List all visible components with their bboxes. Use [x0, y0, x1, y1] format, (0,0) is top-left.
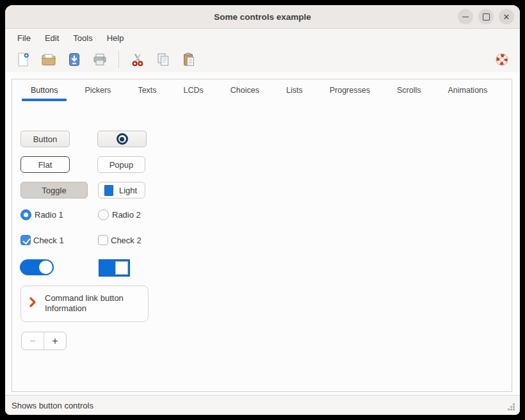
light-button-label: Light — [119, 186, 137, 195]
led-indicator-icon — [104, 185, 113, 196]
radio-2-label: Radio 2 — [112, 210, 141, 220]
cut-button[interactable] — [129, 51, 147, 69]
toggle-button[interactable]: Toggle — [20, 182, 88, 198]
tab-buttons[interactable]: Buttons — [17, 79, 71, 101]
tab-lcds[interactable]: LCDs — [170, 79, 217, 101]
radio-1[interactable]: Radio 1 — [20, 209, 63, 220]
window-controls: ✕ — [458, 9, 514, 24]
push-button[interactable]: Button — [20, 131, 70, 147]
command-link-arrow-icon — [29, 297, 36, 307]
menu-help[interactable]: Help — [100, 31, 131, 45]
tab-lists[interactable]: Lists — [273, 79, 316, 101]
statusbar: Shows button controls — [5, 395, 520, 415]
close-icon: ✕ — [503, 13, 510, 21]
command-link-button[interactable]: Command link button Information — [20, 286, 149, 322]
print-icon — [92, 52, 108, 67]
tab-widget: Buttons Pickers Texts LCDs Choices Lists… — [12, 79, 512, 392]
popup-button[interactable]: Popup — [97, 156, 145, 173]
window-title: Some controls example — [5, 12, 520, 22]
save-button[interactable] — [65, 51, 83, 69]
command-link-title: Command link button — [45, 293, 141, 303]
menu-file[interactable]: File — [10, 31, 38, 45]
rect-switch-on[interactable] — [99, 259, 130, 277]
checkbox-2[interactable]: Check 2 — [98, 235, 141, 245]
titlebar[interactable]: Some controls example ✕ — [5, 5, 520, 29]
flat-button[interactable]: Flat — [20, 156, 70, 173]
close-button[interactable]: ✕ — [499, 9, 514, 24]
open-button[interactable] — [40, 51, 58, 69]
open-folder-icon — [40, 52, 57, 67]
checkbox-unchecked-icon — [98, 235, 108, 245]
paste-icon — [181, 52, 197, 67]
resize-grip-icon[interactable] — [507, 403, 515, 411]
checkbox-checked-icon — [20, 235, 31, 245]
tab-animations[interactable]: Animations — [434, 79, 501, 101]
whats-this-button[interactable] — [493, 51, 511, 69]
tab-scrolls[interactable]: Scrolls — [384, 79, 435, 101]
switch-knob — [115, 261, 128, 275]
tab-choices[interactable]: Choices — [217, 79, 273, 101]
maximize-button[interactable] — [478, 9, 494, 24]
checkbox-1[interactable]: Check 1 — [20, 235, 64, 245]
radio-1-label: Radio 1 — [35, 210, 63, 220]
menu-tools[interactable]: Tools — [66, 31, 99, 45]
pill-switch-on[interactable] — [20, 259, 54, 275]
spinbox-increment-button[interactable]: + — [44, 332, 66, 350]
copy-button[interactable] — [154, 51, 172, 69]
toolbar-separator — [118, 51, 119, 68]
tab-bar: Buttons Pickers Texts LCDs Choices Lists… — [12, 79, 512, 101]
app-window: Some controls example ✕ File Edit Tools … — [5, 5, 520, 415]
tab-progresses[interactable]: Progresses — [316, 79, 384, 101]
status-message: Shows button controls — [12, 401, 93, 410]
light-button[interactable]: Light — [98, 182, 145, 198]
paste-button[interactable] — [180, 51, 198, 69]
checkbox-2-label: Check 2 — [111, 236, 141, 245]
icon-button[interactable] — [97, 131, 147, 147]
menu-edit[interactable]: Edit — [38, 31, 66, 45]
tab-pickers[interactable]: Pickers — [71, 79, 124, 101]
spinbox-decrement-button[interactable]: − — [22, 332, 44, 350]
switch-knob — [39, 261, 52, 274]
minimize-button[interactable] — [458, 9, 473, 24]
radio-unchecked-icon — [98, 209, 109, 220]
radio-checked-icon — [20, 209, 31, 220]
toolbar — [5, 47, 520, 72]
maximize-icon — [483, 13, 490, 20]
new-file-icon — [15, 52, 31, 67]
content-area: Buttons Pickers Texts LCDs Choices Lists… — [5, 72, 520, 395]
menubar: File Edit Tools Help — [5, 29, 520, 47]
buttons-panel: Button Flat Popup Toggle Light Radio 1 — [12, 101, 512, 391]
checkbox-1-label: Check 1 — [33, 236, 64, 245]
command-link-description: Information — [45, 303, 141, 314]
spinbox: − + — [21, 332, 67, 350]
copy-icon — [156, 52, 171, 67]
new-file-button[interactable] — [14, 51, 32, 69]
minimize-icon — [462, 17, 469, 17]
cut-icon — [130, 52, 145, 67]
whats-this-lifebuoy-icon — [494, 52, 510, 67]
record-icon — [117, 133, 128, 145]
radio-2[interactable]: Radio 2 — [98, 209, 141, 220]
save-icon — [67, 52, 82, 67]
print-button[interactable] — [91, 51, 109, 69]
tab-texts[interactable]: Texts — [124, 79, 170, 101]
